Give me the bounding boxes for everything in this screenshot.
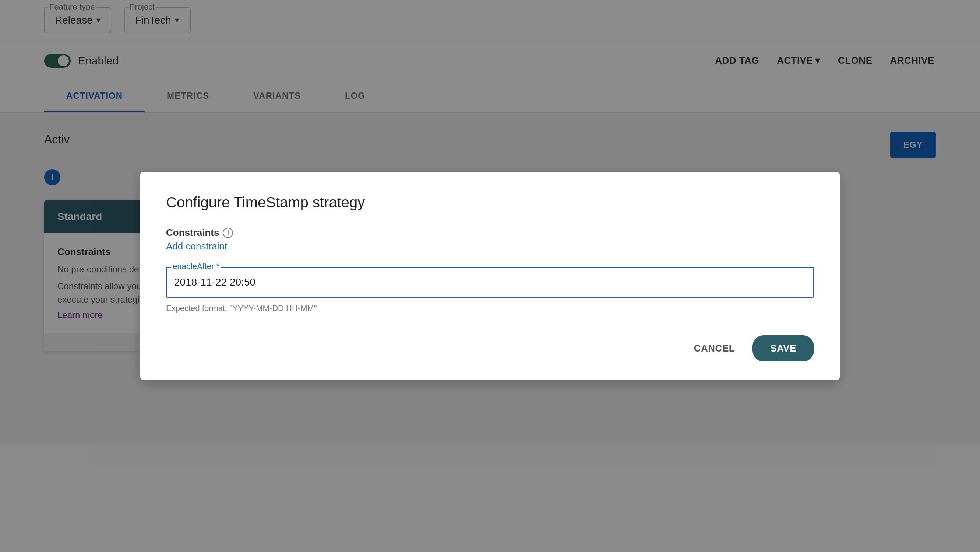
constraints-label: Constraints i	[166, 227, 814, 238]
add-constraint-link[interactable]: Add constraint	[166, 241, 227, 252]
modal-actions: CANCEL SAVE	[166, 335, 814, 362]
cancel-button[interactable]: CANCEL	[685, 337, 744, 360]
save-button[interactable]: SAVE	[752, 335, 814, 362]
enable-after-input-wrapper: enableAfter *	[166, 267, 814, 298]
enable-after-input-label: enableAfter *	[171, 262, 221, 271]
modal-title: Configure TimeStamp strategy	[166, 194, 814, 211]
modal-overlay: Configure TimeStamp strategy Constraints…	[0, 0, 980, 552]
configure-timestamp-modal: Configure TimeStamp strategy Constraints…	[140, 172, 840, 380]
enable-after-input[interactable]	[166, 267, 814, 298]
input-format-hint: Expected format: "YYYY-MM-DD HH-MM"	[166, 304, 814, 313]
constraints-info-icon: i	[223, 228, 233, 238]
